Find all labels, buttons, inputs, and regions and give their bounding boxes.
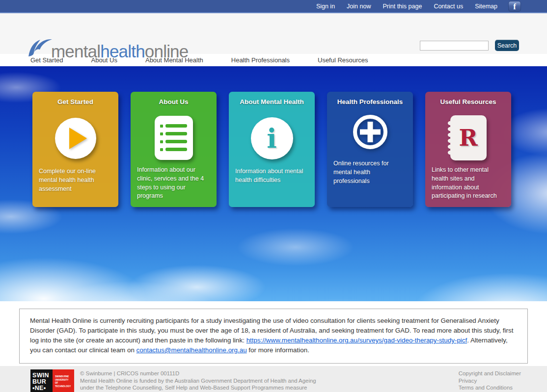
info-icon: i <box>251 117 293 159</box>
card-description: Links to other mental health sites and i… <box>432 166 505 201</box>
print-page-link[interactable]: Print this page <box>377 3 428 10</box>
notice-text: for more information. <box>247 346 309 354</box>
nav-useful-resources[interactable]: Useful Resources <box>318 56 368 64</box>
hero-sky-banner: Get Started Complete our on-line mental … <box>0 66 547 301</box>
card-title: About Mental Health <box>240 98 304 105</box>
card-title: Health Professionals <box>337 98 403 105</box>
header: mentalhealthonline Search <box>0 13 547 54</box>
footer-links: Copyright and Disclaimer Privacy Terms a… <box>459 369 521 392</box>
sign-in-link[interactable]: Sign in <box>310 3 341 10</box>
search-button[interactable]: Search <box>495 40 519 51</box>
card-row: Get Started Complete our on-line mental … <box>32 92 511 207</box>
footer-funding-line1: Mental Health Online is funded by the Au… <box>80 377 316 384</box>
card-description: Information about our clinic, services a… <box>137 166 210 201</box>
footer-text: © Swinburne | CRICOS number 00111D Menta… <box>80 369 316 392</box>
site-logo-text: mentalhealthonline <box>51 43 188 59</box>
footer-copyright-line: © Swinburne | CRICOS number 00111D <box>80 370 316 377</box>
swinburne-logo-red: Swinburne University of Technology <box>53 369 74 392</box>
card-description: Online resources for mental health profe… <box>333 159 407 185</box>
page: Sign in Join now Print this page Contact… <box>0 0 547 392</box>
swinburne-logo: SWIN BUR •NE• Swinburne University of Te… <box>30 369 74 392</box>
card-title: Useful Resources <box>440 98 496 105</box>
contact-us-link[interactable]: Contact us <box>428 3 469 10</box>
card-description: Complete our on-line mental health healt… <box>39 167 112 193</box>
card-useful-resources[interactable]: Useful Resources R Links to other mental… <box>425 92 511 207</box>
nav-health-professionals[interactable]: Health Professionals <box>231 56 290 64</box>
list-icon <box>155 116 193 160</box>
privacy-link[interactable]: Privacy <box>459 377 521 384</box>
icon-area <box>55 109 96 167</box>
search-input[interactable] <box>420 41 489 51</box>
swinburne-logo-black: SWIN BUR •NE• <box>30 369 53 392</box>
card-get-started[interactable]: Get Started Complete our on-line mental … <box>32 92 118 207</box>
terms-conditions-link[interactable]: Terms and Conditions <box>459 384 521 391</box>
study-notice-box: Mental Health Online is currently recrui… <box>19 309 528 364</box>
facebook-icon[interactable]: f <box>508 1 521 12</box>
topbar: Sign in Join now Print this page Contact… <box>0 0 547 13</box>
card-about-us[interactable]: About Us Information about our clinic, s… <box>131 92 217 207</box>
site-logo[interactable]: mentalhealthonline <box>27 35 188 59</box>
footer-funding-line2: under the Telephone Counselling, Self He… <box>80 384 316 391</box>
footer: SWIN BUR •NE• Swinburne University of Te… <box>0 366 547 392</box>
resources-notebook-icon: R <box>450 115 487 160</box>
card-title: About Us <box>159 98 189 105</box>
card-description: Information about mental health difficul… <box>235 167 308 185</box>
search-area: Search <box>420 40 519 51</box>
icon-area: i <box>251 109 293 167</box>
card-title: Get Started <box>57 98 93 105</box>
icon-area <box>155 109 193 166</box>
contact-email-link[interactable]: contactus@mentalhealthonline.org.au <box>137 346 247 354</box>
study-link[interactable]: https://www.mentalhealthonline.org.au/su… <box>246 337 467 344</box>
bird-icon <box>27 35 51 59</box>
play-icon <box>55 118 96 159</box>
card-health-professionals[interactable]: Health Professionals Online resources fo… <box>327 92 413 207</box>
sitemap-link[interactable]: Sitemap <box>469 3 503 10</box>
icon-area <box>353 108 387 156</box>
icon-area: R <box>450 109 487 166</box>
card-about-mental-health[interactable]: About Mental Health i Information about … <box>229 92 315 207</box>
plus-icon <box>353 115 387 149</box>
copyright-disclaimer-link[interactable]: Copyright and Disclaimer <box>459 370 521 377</box>
join-now-link[interactable]: Join now <box>341 3 377 10</box>
